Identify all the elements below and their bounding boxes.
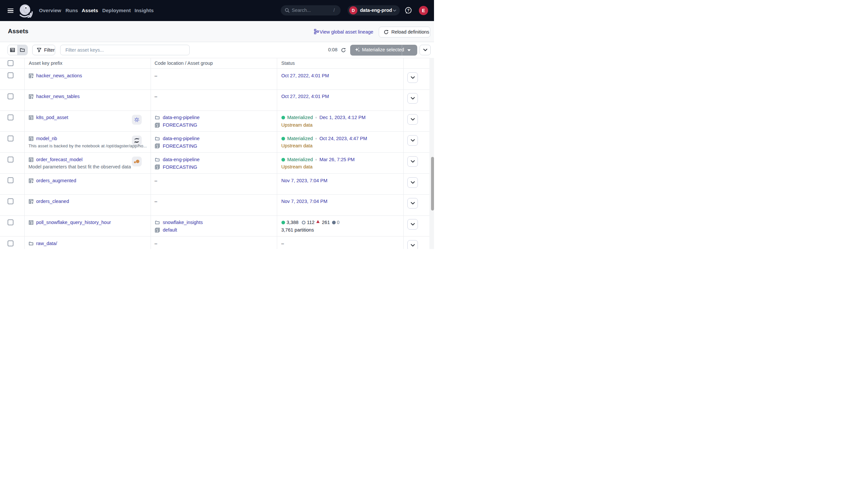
svg-text:?: ? bbox=[407, 8, 409, 12]
